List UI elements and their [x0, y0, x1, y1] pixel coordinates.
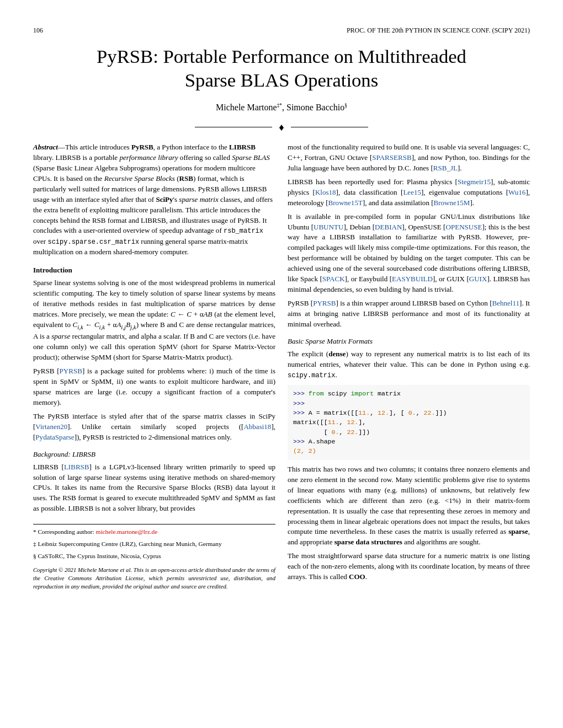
ubuntu-link[interactable]: UBUNTU: [314, 223, 343, 231]
pydata-link[interactable]: PydataSparse: [35, 433, 74, 441]
easybuild-link[interactable]: EASYBUILD: [392, 275, 433, 283]
section-divider: ♦: [33, 121, 530, 133]
page-header: 106 PROC. OF THE 20th PYTHON IN SCIENCE …: [33, 26, 530, 35]
klos-link[interactable]: Klos18: [315, 188, 336, 196]
background-heading: Background: LIBRSB: [33, 449, 275, 460]
conference-name: PROC. OF THE 20th PYTHON IN SCIENCE CONF…: [347, 26, 530, 35]
abstract-block: Abstract—This article introduces PyRSB, …: [33, 142, 275, 258]
intro-para1: Sparse linear systems solving is one of …: [33, 278, 275, 363]
two-column-layout: Abstract—This article introduces PyRSB, …: [33, 142, 530, 595]
copyright-text: Copyright © 2021 Michele Martone et al. …: [33, 566, 275, 591]
debian-link[interactable]: DEBIAN: [375, 223, 402, 231]
abbasi-link[interactable]: Abbasi18: [243, 422, 271, 431]
footnote-section: * Corresponding author: michele.martone@…: [33, 524, 275, 561]
right-column: most of the functionality required to bu…: [288, 142, 530, 595]
introduction-heading: Introduction: [33, 265, 275, 276]
rsbjl-link[interactable]: RSB_JL: [433, 164, 458, 172]
footnote-affil2: § CaSToRC, The Cyprus Institute, Nicosia…: [33, 552, 275, 561]
abstract-text: —This article introduces PyRSB, a Python…: [33, 143, 273, 256]
right-para3: It is available in pre-compiled form in …: [288, 212, 530, 296]
opensuse-link[interactable]: OPENSUSE: [445, 223, 482, 231]
spack-link[interactable]: SPACK: [322, 275, 345, 283]
virtanen-link[interactable]: Virtanen20: [35, 422, 67, 431]
browne15t-link[interactable]: Browne15T: [328, 199, 363, 207]
left-column: Abstract—This article introduces PyRSB, …: [33, 142, 275, 595]
dense-intro-para: The explicit (dense) way to represent an…: [288, 349, 530, 381]
matrix-desc-para: This matrix has two rows and two columns…: [288, 464, 530, 548]
email-link[interactable]: michele.martone@lrz.de: [96, 528, 158, 535]
footnote-affil1: ‡ Leibniz Supercomputing Centre (LRZ), G…: [33, 540, 275, 549]
right-para2: LIBRSB has been reportedly used for: Pla…: [288, 177, 530, 208]
guix-link[interactable]: GUIX: [469, 275, 487, 283]
basic-formats-heading: Basic Sparse Matrix Formats: [288, 336, 530, 347]
copyright-section: Copyright © 2021 Michele Martone et al. …: [33, 566, 275, 591]
right-para4: PyRSB [PYRSB] is a thin wrapper around L…: [288, 298, 530, 330]
intro-para3: The PyRSB interface is styled after that…: [33, 411, 275, 443]
background-para1: LIBRSB [LIBRSB] is a LGPLv3-licensed lib…: [33, 462, 275, 515]
pyrsb-link[interactable]: PYRSB: [60, 367, 82, 375]
right-para1: most of the functionality required to bu…: [288, 142, 530, 174]
authors: Michele Martone‡*, Simone Bacchio§: [66, 103, 497, 113]
main-title: PyRSB: Portable Performance on Multithre…: [66, 45, 497, 93]
diamond-icon: ♦: [279, 121, 284, 133]
footnote-corresponding: * Corresponding author: michele.martone@…: [33, 528, 275, 537]
page-number: 106: [33, 26, 43, 35]
librsb-link[interactable]: LIBRSB: [64, 463, 89, 471]
wu-link[interactable]: Wu16: [508, 188, 525, 196]
lee-link[interactable]: Lee15: [403, 188, 421, 196]
code-block-matrix: >>> from scipy import matrix >>> >>> A =…: [288, 385, 530, 460]
page: 106 PROC. OF THE 20th PYTHON IN SCIENCE …: [0, 0, 563, 728]
behnel-link[interactable]: Behnel11: [492, 299, 520, 307]
sparsersb-link[interactable]: SPARSERSB: [372, 153, 411, 162]
intro-para2: PyRSB [PYRSB] is a package suited for pr…: [33, 366, 275, 408]
stegmeir-link[interactable]: Stegmeir15: [458, 178, 491, 186]
pyrsb-link2[interactable]: PYRSB: [313, 299, 336, 307]
abstract-label: Abstract: [33, 143, 58, 151]
browne15m-link[interactable]: Browne15M: [434, 199, 470, 207]
coo-intro-para: The most straightforward sparse data str…: [288, 551, 530, 582]
title-section: PyRSB: Portable Performance on Multithre…: [66, 45, 497, 113]
